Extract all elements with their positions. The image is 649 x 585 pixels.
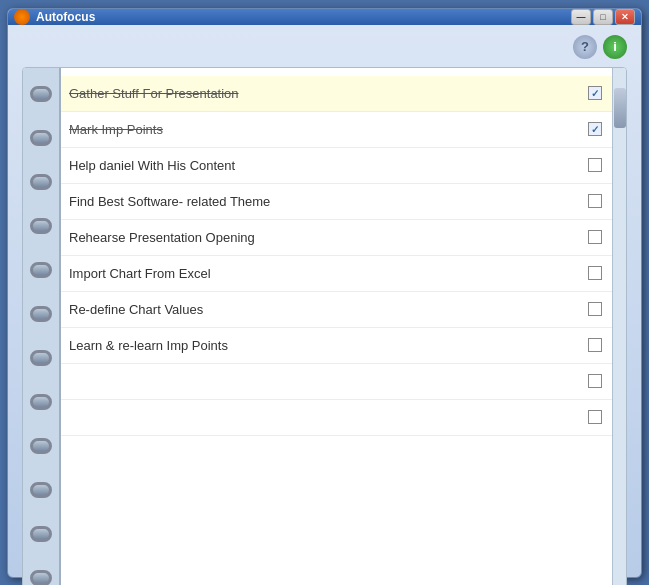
task-text: Learn & re-learn Imp Points [69, 338, 588, 353]
empty-checkbox[interactable] [588, 374, 602, 388]
spiral-ring [30, 570, 52, 586]
task-checkbox[interactable] [588, 338, 602, 352]
task-row[interactable]: Find Best Software- related Theme [61, 184, 612, 220]
spiral-ring [30, 306, 52, 322]
task-text: Import Chart From Excel [69, 266, 588, 281]
top-icons-bar: ? i [22, 35, 627, 59]
spiral-ring [30, 86, 52, 102]
task-text: Mark Imp Points [69, 122, 588, 137]
maximize-button[interactable]: □ [593, 9, 613, 25]
notebook-content: Gather Stuff For Presentation Mark Imp P… [61, 68, 612, 586]
spiral-ring [30, 438, 52, 454]
task-row[interactable]: Gather Stuff For Presentation [61, 76, 612, 112]
task-row[interactable]: Mark Imp Points [61, 112, 612, 148]
task-row[interactable]: Rehearse Presentation Opening [61, 220, 612, 256]
task-row[interactable]: Re-define Chart Values [61, 292, 612, 328]
spiral-ring [30, 394, 52, 410]
spiral-ring [30, 262, 52, 278]
help-button[interactable]: ? [573, 35, 597, 59]
window-title: Autofocus [36, 10, 565, 24]
task-checkbox[interactable] [588, 266, 602, 280]
app-icon [14, 9, 30, 25]
task-text: Find Best Software- related Theme [69, 194, 588, 209]
window-body: ? i [8, 25, 641, 586]
task-checkbox[interactable] [588, 194, 602, 208]
empty-row [61, 364, 612, 400]
task-text: Help daniel With His Content [69, 158, 588, 173]
minimize-button[interactable]: — [571, 9, 591, 25]
close-button[interactable]: ✕ [615, 9, 635, 25]
spiral-ring [30, 350, 52, 366]
task-row[interactable]: Help daniel With His Content [61, 148, 612, 184]
spiral-ring [30, 130, 52, 146]
main-window: Autofocus — □ ✕ ? i [7, 8, 642, 578]
task-text: Re-define Chart Values [69, 302, 588, 317]
title-bar: Autofocus — □ ✕ [8, 9, 641, 25]
task-checkbox[interactable] [588, 302, 602, 316]
spiral-ring [30, 218, 52, 234]
spiral-ring [30, 526, 52, 542]
notebook: Gather Stuff For Presentation Mark Imp P… [22, 67, 627, 586]
spiral-binding [23, 68, 61, 586]
task-checkbox[interactable] [588, 86, 602, 100]
scrollbar[interactable] [612, 68, 626, 586]
task-text: Rehearse Presentation Opening [69, 230, 588, 245]
empty-row [61, 400, 612, 436]
task-row[interactable]: Import Chart From Excel [61, 256, 612, 292]
task-checkbox[interactable] [588, 158, 602, 172]
empty-checkbox[interactable] [588, 410, 602, 424]
task-list: Gather Stuff For Presentation Mark Imp P… [61, 68, 612, 586]
info-button[interactable]: i [603, 35, 627, 59]
task-text: Gather Stuff For Presentation [69, 86, 588, 101]
spiral-ring [30, 174, 52, 190]
spiral-ring [30, 482, 52, 498]
title-bar-buttons: — □ ✕ [571, 9, 635, 25]
task-row[interactable]: Learn & re-learn Imp Points [61, 328, 612, 364]
scroll-thumb[interactable] [614, 88, 626, 128]
task-checkbox[interactable] [588, 230, 602, 244]
task-checkbox[interactable] [588, 122, 602, 136]
